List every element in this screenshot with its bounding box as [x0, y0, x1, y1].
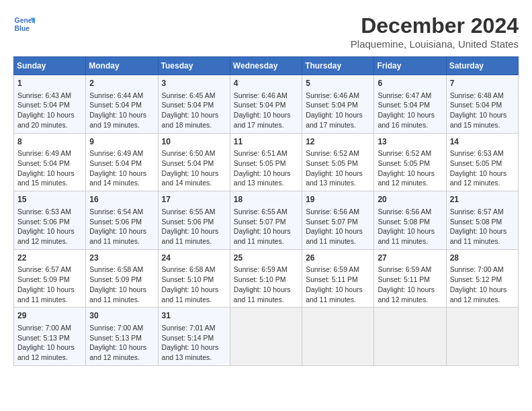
calendar-cell	[230, 308, 302, 366]
day-info: Sunset: 5:04 PM	[162, 158, 226, 169]
calendar-cell: 7Sunrise: 6:48 AMSunset: 5:04 PMDaylight…	[446, 75, 518, 134]
day-info: Daylight: 10 hours	[234, 226, 298, 236]
day-info: Sunrise: 6:46 AM	[234, 91, 298, 101]
day-number: 1	[17, 78, 82, 89]
day-number: 21	[450, 194, 515, 205]
day-info: Sunset: 5:06 PM	[89, 217, 154, 227]
day-info: Sunset: 5:04 PM	[378, 100, 442, 110]
day-info: Sunset: 5:05 PM	[234, 158, 298, 169]
weekday-wednesday: Wednesday	[230, 57, 302, 75]
calendar-cell: 24Sunrise: 6:58 AMSunset: 5:10 PMDayligh…	[158, 249, 230, 308]
calendar-cell: 8Sunrise: 6:49 AMSunset: 5:04 PMDaylight…	[14, 133, 86, 191]
calendar-cell: 29Sunrise: 7:00 AMSunset: 5:13 PMDayligh…	[14, 308, 86, 366]
day-info: and 19 minutes.	[89, 120, 154, 130]
day-info: and 17 minutes.	[306, 120, 370, 130]
day-info: Sunrise: 6:56 AM	[306, 207, 370, 217]
day-number: 19	[306, 194, 370, 205]
day-info: Sunset: 5:10 PM	[234, 275, 298, 285]
weekday-monday: Monday	[86, 57, 158, 75]
calendar-table: SundayMondayTuesdayWednesdayThursdayFrid…	[13, 56, 519, 366]
day-info: and 12 minutes.	[378, 295, 442, 305]
day-info: and 20 minutes.	[17, 120, 82, 130]
day-number: 12	[306, 136, 370, 148]
day-info: Daylight: 10 hours	[306, 169, 370, 179]
calendar-cell: 16Sunrise: 6:54 AMSunset: 5:06 PMDayligh…	[86, 191, 158, 250]
day-info: Sunset: 5:04 PM	[89, 100, 154, 110]
day-info: Sunset: 5:08 PM	[378, 217, 442, 227]
day-info: Sunrise: 6:56 AM	[378, 207, 442, 217]
day-number: 28	[450, 253, 515, 264]
day-info: and 11 minutes.	[378, 236, 442, 246]
calendar-cell: 19Sunrise: 6:56 AMSunset: 5:07 PMDayligh…	[302, 191, 374, 250]
calendar-cell: 9Sunrise: 6:49 AMSunset: 5:04 PMDaylight…	[86, 133, 158, 191]
week-row-3: 15Sunrise: 6:53 AMSunset: 5:06 PMDayligh…	[14, 191, 519, 250]
day-info: Sunset: 5:05 PM	[306, 158, 370, 169]
day-info: Sunset: 5:09 PM	[89, 275, 154, 285]
day-info: Daylight: 10 hours	[17, 110, 82, 120]
calendar-cell: 4Sunrise: 6:46 AMSunset: 5:04 PMDaylight…	[230, 75, 302, 134]
calendar-cell	[374, 308, 446, 366]
day-info: and 11 minutes.	[306, 236, 370, 246]
day-info: and 13 minutes.	[306, 178, 370, 188]
day-info: Sunset: 5:14 PM	[162, 333, 226, 343]
day-info: Sunrise: 6:49 AM	[17, 148, 82, 158]
week-row-1: 1Sunrise: 6:43 AMSunset: 5:04 PMDaylight…	[14, 75, 519, 134]
day-info: Sunset: 5:08 PM	[450, 217, 515, 227]
day-info: Daylight: 10 hours	[450, 285, 515, 295]
day-number: 27	[378, 253, 442, 264]
day-info: and 13 minutes.	[234, 178, 298, 188]
day-number: 18	[234, 194, 298, 205]
day-info: Sunrise: 6:57 AM	[17, 265, 82, 275]
day-number: 2	[89, 78, 154, 89]
day-info: Daylight: 10 hours	[378, 110, 442, 120]
day-number: 10	[162, 136, 226, 148]
day-number: 5	[306, 78, 370, 89]
day-info: Sunset: 5:07 PM	[306, 217, 370, 227]
day-number: 30	[89, 310, 154, 322]
day-info: and 12 minutes.	[450, 295, 515, 305]
day-info: Sunset: 5:05 PM	[450, 158, 515, 169]
calendar-cell: 2Sunrise: 6:44 AMSunset: 5:04 PMDaylight…	[86, 75, 158, 134]
day-number: 17	[162, 194, 226, 205]
calendar-cell: 22Sunrise: 6:57 AMSunset: 5:09 PMDayligh…	[14, 249, 86, 308]
day-info: and 12 minutes.	[17, 236, 82, 246]
day-number: 8	[17, 136, 82, 148]
calendar-cell: 3Sunrise: 6:45 AMSunset: 5:04 PMDaylight…	[158, 75, 230, 134]
day-info: Sunrise: 7:00 AM	[17, 323, 82, 333]
day-info: Sunrise: 6:53 AM	[17, 207, 82, 217]
day-info: Sunset: 5:04 PM	[306, 100, 370, 110]
day-info: and 11 minutes.	[89, 236, 154, 246]
calendar-cell	[302, 308, 374, 366]
calendar-cell: 20Sunrise: 6:56 AMSunset: 5:08 PMDayligh…	[374, 191, 446, 250]
day-number: 15	[17, 194, 82, 205]
calendar-cell: 25Sunrise: 6:59 AMSunset: 5:10 PMDayligh…	[230, 249, 302, 308]
day-info: and 11 minutes.	[162, 236, 226, 246]
day-info: Sunrise: 6:46 AM	[306, 91, 370, 101]
calendar-cell: 18Sunrise: 6:55 AMSunset: 5:07 PMDayligh…	[230, 191, 302, 250]
day-info: Sunrise: 6:52 AM	[306, 148, 370, 158]
day-info: Sunrise: 6:59 AM	[378, 265, 442, 275]
day-info: Daylight: 10 hours	[378, 226, 442, 236]
calendar-cell: 12Sunrise: 6:52 AMSunset: 5:05 PMDayligh…	[302, 133, 374, 191]
day-info: Sunrise: 7:00 AM	[450, 265, 515, 275]
day-info: Sunrise: 6:50 AM	[162, 148, 226, 158]
calendar-cell: 15Sunrise: 6:53 AMSunset: 5:06 PMDayligh…	[14, 191, 86, 250]
day-info: and 15 minutes.	[17, 178, 82, 188]
day-number: 11	[234, 136, 298, 148]
weekday-sunday: Sunday	[14, 57, 86, 75]
day-info: Daylight: 10 hours	[162, 110, 226, 120]
logo: General Blue General Blue	[13, 13, 35, 35]
day-info: and 12 minutes.	[17, 353, 82, 363]
day-number: 20	[378, 194, 442, 205]
day-info: Sunset: 5:04 PM	[162, 100, 226, 110]
day-info: and 14 minutes.	[162, 178, 226, 188]
day-info: and 11 minutes.	[306, 295, 370, 305]
day-info: Daylight: 10 hours	[89, 169, 154, 179]
calendar-cell: 23Sunrise: 6:58 AMSunset: 5:09 PMDayligh…	[86, 249, 158, 308]
header: General Blue General Blue December 2024 …	[13, 13, 519, 50]
day-info: Daylight: 10 hours	[89, 110, 154, 120]
month-title: December 2024	[351, 13, 519, 38]
day-info: Sunrise: 6:58 AM	[89, 265, 154, 275]
day-number: 26	[306, 253, 370, 264]
day-number: 3	[162, 78, 226, 89]
